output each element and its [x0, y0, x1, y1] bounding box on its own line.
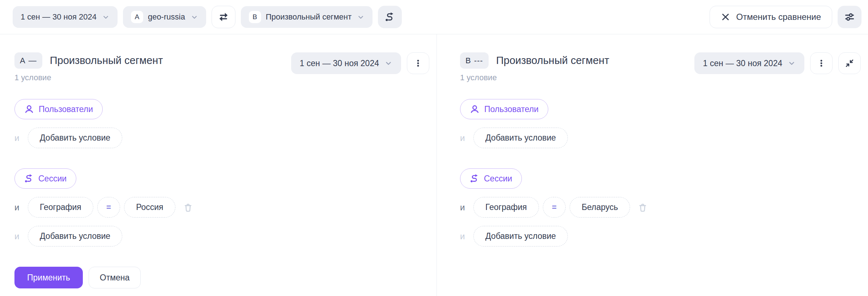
- condition-row: и Добавить условие: [14, 128, 429, 148]
- panel-a-header: A — Произвольный сегмент 1 условие 1 сен…: [14, 52, 429, 82]
- panel-a-users-section: Пользователи и Добавить условие: [14, 99, 429, 148]
- badge-line-style: ---: [474, 56, 483, 65]
- segment-a-badge: A: [131, 11, 143, 23]
- global-date-range-dropdown[interactable]: 1 сен — 30 ноя 2024: [13, 6, 118, 28]
- chevron-down-icon: [384, 59, 392, 67]
- badge-line-style: —: [29, 56, 37, 65]
- panel-b-header: B --- Произвольный сегмент 1 условие 1 с…: [460, 52, 861, 82]
- condition-row: и География = Россия: [14, 197, 429, 218]
- panel-segment-b: B --- Произвольный сегмент 1 условие 1 с…: [437, 34, 868, 296]
- panel-a-conditions-count: 1 условие: [14, 73, 163, 82]
- condition-value-label: Россия: [136, 202, 163, 212]
- chevron-down-icon: [102, 13, 110, 21]
- cancel-comparison-button[interactable]: Отменить сравнение: [710, 6, 832, 28]
- panel-a-date-range-label: 1 сен — 30 ноя 2024: [300, 59, 379, 68]
- panel-b-conditions-count: 1 условие: [460, 73, 609, 82]
- toolbar-right-group: Отменить сравнение: [710, 6, 861, 28]
- panel-a-condition-attribute-button[interactable]: География: [28, 197, 93, 218]
- trash-icon: [183, 202, 193, 213]
- panel-a-sessions-section: Сессии и География = Россия: [14, 168, 429, 246]
- panel-b-users-add-condition-button[interactable]: Добавить условие: [473, 128, 568, 148]
- cancel-comparison-label: Отменить сравнение: [736, 12, 821, 22]
- route-icon: [385, 12, 395, 22]
- panel-b-heading: B --- Произвольный сегмент 1 условие: [460, 52, 609, 82]
- kebab-icon: [413, 59, 423, 68]
- sliders-icon: [844, 12, 855, 22]
- segment-a-line-badge: A —: [14, 52, 42, 69]
- badge-letter: B: [465, 56, 471, 65]
- and-label: и: [14, 202, 22, 213]
- panel-a-more-menu-button[interactable]: [407, 52, 429, 74]
- segment-b-badge: B: [249, 11, 261, 23]
- panel-a-condition-operator-button[interactable]: =: [97, 197, 120, 218]
- and-label: и: [460, 133, 468, 143]
- sessions-section-label: Сессии: [484, 174, 512, 184]
- panel-b-date-range-dropdown[interactable]: 1 сен — 30 ноя 2024: [694, 52, 804, 74]
- user-icon: [470, 104, 480, 114]
- panel-b-sessions-section-chip[interactable]: Сессии: [460, 168, 522, 189]
- panel-b-condition-value-button[interactable]: Беларусь: [570, 197, 630, 218]
- cancel-button[interactable]: Отмена: [89, 267, 141, 288]
- trash-icon: [638, 202, 648, 213]
- chevron-down-icon: [357, 13, 365, 21]
- panel-b-collapse-button[interactable]: [838, 52, 861, 74]
- condition-operator-label: =: [552, 202, 557, 212]
- panel-b-title: Произвольный сегмент: [496, 55, 609, 67]
- condition-attribute-label: География: [40, 202, 81, 212]
- panel-b-users-section: Пользователи и Добавить условие: [460, 99, 861, 148]
- segment-a-label: geo-russia: [148, 12, 185, 22]
- collapse-icon: [844, 58, 855, 68]
- close-icon: [721, 12, 730, 22]
- filter-settings-button[interactable]: [838, 6, 861, 28]
- panel-a-delete-condition-button[interactable]: [183, 202, 193, 213]
- and-label: и: [14, 133, 22, 143]
- panel-a-users-add-condition-button[interactable]: Добавить условие: [28, 128, 122, 148]
- sessions-section-label: Сессии: [38, 174, 67, 184]
- chevron-down-icon: [788, 59, 796, 67]
- panel-a-title: Произвольный сегмент: [50, 55, 163, 67]
- panel-b-users-section-chip[interactable]: Пользователи: [460, 99, 548, 119]
- condition-row: и Добавить условие: [460, 128, 861, 148]
- route-icon: [24, 174, 34, 183]
- panel-a-heading: A — Произвольный сегмент 1 условие: [14, 52, 163, 82]
- segment-panels: A — Произвольный сегмент 1 условие 1 сен…: [0, 34, 868, 296]
- panel-b-sessions-add-condition-button[interactable]: Добавить условие: [473, 226, 568, 246]
- chevron-down-icon: [191, 13, 198, 21]
- add-condition-label: Добавить условие: [485, 231, 556, 241]
- panel-a-sessions-add-condition-button[interactable]: Добавить условие: [28, 226, 122, 246]
- panel-a-header-actions: 1 сен — 30 ноя 2024: [291, 52, 429, 74]
- condition-row: и Добавить условие: [460, 226, 861, 246]
- route-icon: [470, 174, 479, 183]
- condition-row: и Добавить условие: [14, 226, 429, 246]
- segment-a-dropdown[interactable]: A geo-russia: [123, 6, 206, 28]
- panel-a-condition-value-button[interactable]: Россия: [124, 197, 175, 218]
- and-label: и: [14, 231, 22, 241]
- and-label: и: [460, 202, 468, 213]
- panel-b-more-menu-button[interactable]: [810, 52, 833, 74]
- panel-b-condition-operator-button[interactable]: =: [543, 197, 566, 218]
- segment-b-label: Произвольный сегмент: [266, 12, 352, 22]
- condition-attribute-label: География: [485, 202, 527, 212]
- panel-b-delete-condition-button[interactable]: [638, 202, 648, 213]
- segment-b-line-badge: B ---: [460, 52, 489, 69]
- swap-segments-button[interactable]: [212, 6, 235, 28]
- add-condition-label: Добавить условие: [40, 133, 110, 143]
- toolbar-left-group: 1 сен — 30 ноя 2024 A geo-russia: [13, 6, 402, 28]
- segment-b-dropdown[interactable]: B Произвольный сегмент: [241, 6, 373, 28]
- panel-a-date-range-dropdown[interactable]: 1 сен — 30 ноя 2024: [291, 52, 401, 74]
- panel-b-condition-attribute-button[interactable]: География: [473, 197, 539, 218]
- condition-operator-label: =: [106, 202, 111, 212]
- global-date-range-label: 1 сен — 30 ноя 2024: [21, 12, 97, 22]
- users-section-label: Пользователи: [39, 104, 93, 114]
- panel-a-actions: Применить Отмена: [14, 267, 429, 288]
- condition-row: и География = Беларусь: [460, 197, 861, 218]
- badge-letter: A: [20, 56, 25, 65]
- panel-a-users-section-chip[interactable]: Пользователи: [14, 99, 103, 119]
- apply-button[interactable]: Применить: [14, 267, 83, 288]
- add-condition-label: Добавить условие: [485, 133, 556, 143]
- segments-button[interactable]: [378, 6, 402, 28]
- and-label: и: [460, 231, 468, 241]
- swap-icon: [218, 12, 229, 22]
- toolbar: 1 сен — 30 ноя 2024 A geo-russia: [0, 0, 868, 34]
- panel-a-sessions-section-chip[interactable]: Сессии: [14, 168, 76, 189]
